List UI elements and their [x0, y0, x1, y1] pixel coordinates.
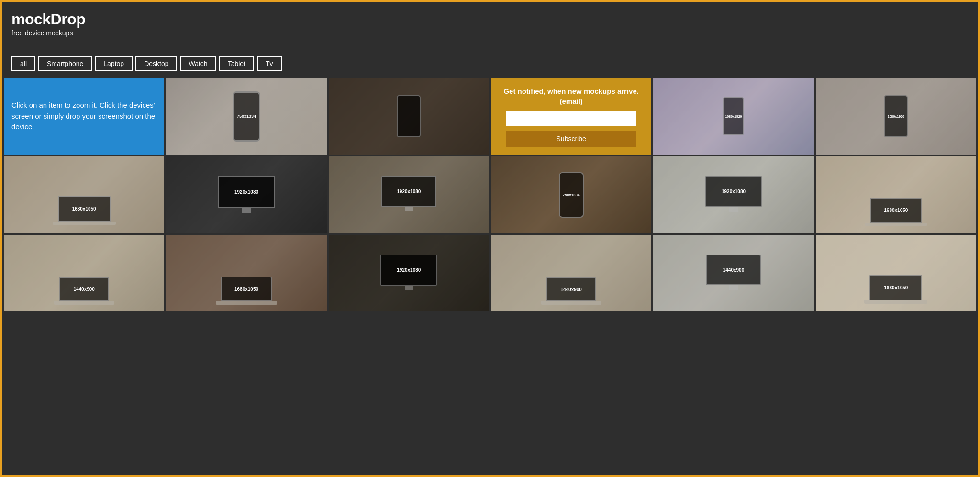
list-item[interactable]: 1680x1050: [166, 235, 326, 311]
list-item[interactable]: 1680x1050: [816, 235, 976, 311]
list-item[interactable]: 1920x1080: [329, 235, 489, 311]
tile-resolution-label: 1680x1050: [884, 208, 908, 213]
email-input[interactable]: [506, 111, 636, 126]
tile-resolution-label: 1080x1920: [888, 115, 904, 118]
filter-bar: all Smartphone Laptop Desktop Watch Tabl…: [2, 42, 978, 78]
tile-resolution-label: 1920x1080: [234, 189, 258, 195]
list-item[interactable]: 1920x1080: [166, 156, 326, 233]
list-item[interactable]: 1680x1050: [4, 156, 164, 233]
tile-resolution-label: 1680x1050: [884, 285, 908, 290]
filter-smartphone[interactable]: Smartphone: [38, 56, 92, 71]
newsletter-heading: Get notified, when new mockups arrive. (…: [499, 86, 644, 106]
filter-desktop[interactable]: Desktop: [135, 56, 177, 71]
tile-resolution-label: 1680x1050: [234, 287, 258, 292]
filter-tv[interactable]: Tv: [257, 56, 282, 71]
list-item[interactable]: 1440x900: [491, 235, 651, 311]
subscribe-button[interactable]: Subscribe: [506, 131, 636, 147]
tile-resolution-label: 1440x900: [723, 267, 745, 273]
filter-all[interactable]: all: [11, 56, 35, 71]
tile-resolution-label: 1440x900: [73, 287, 95, 292]
info-tile: Click on an item to zoom it. Click the d…: [4, 78, 164, 155]
list-item[interactable]: 750x1334: [491, 156, 651, 233]
tile-resolution-label: 750x1334: [237, 114, 256, 119]
list-item[interactable]: 1440x900: [4, 235, 164, 311]
mockup-grid: Click on an item to zoom it. Click the d…: [2, 78, 978, 313]
list-item[interactable]: 1920x1080: [329, 156, 489, 233]
list-item[interactable]: [329, 78, 489, 155]
tile-resolution-label: 1440x900: [560, 287, 582, 292]
tile-resolution-label: 1080x1920: [725, 115, 742, 118]
tile-resolution-label: 750x1334: [563, 193, 580, 197]
list-item[interactable]: 1080x1920: [653, 78, 813, 155]
list-item[interactable]: 750x1334: [166, 78, 326, 155]
filter-watch[interactable]: Watch: [180, 56, 216, 71]
logo-title: mockDrop: [11, 11, 969, 28]
tile-resolution-label: 1920x1080: [722, 189, 746, 194]
list-item[interactable]: 1680x1050: [816, 156, 976, 233]
tile-resolution-label: 1920x1080: [397, 267, 421, 273]
list-item[interactable]: 1440x900: [653, 235, 813, 311]
list-item[interactable]: 1920x1080: [653, 156, 813, 233]
info-text: Click on an item to zoom it. Click the d…: [11, 100, 156, 133]
tile-resolution-label: 1920x1080: [397, 189, 421, 194]
tile-resolution-label: 1680x1050: [72, 206, 96, 211]
header: mockDrop free device mockups: [2, 2, 978, 42]
logo-subtitle: free device mockups: [11, 29, 969, 37]
filter-tablet[interactable]: Tablet: [219, 56, 254, 71]
newsletter-tile: Get notified, when new mockups arrive. (…: [491, 78, 651, 155]
filter-laptop[interactable]: Laptop: [95, 56, 133, 71]
list-item[interactable]: 1080x1920: [816, 78, 976, 155]
